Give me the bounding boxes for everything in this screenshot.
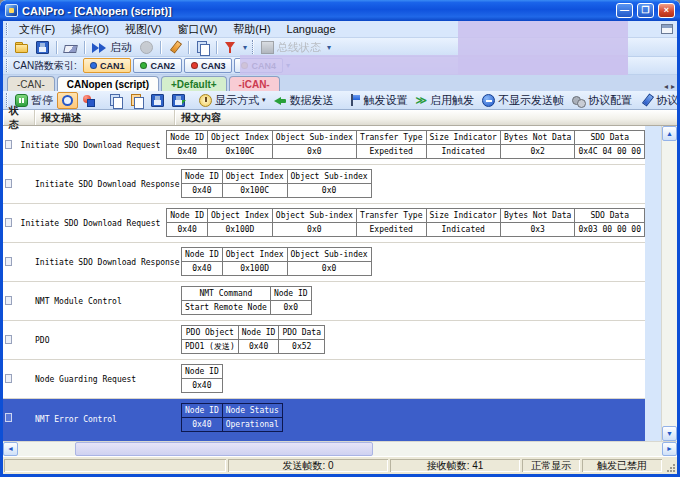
stop-icon	[140, 41, 153, 54]
dropdown-arrow-icon: ▾	[262, 96, 266, 104]
field-value: 0x3	[500, 223, 574, 237]
bus-status-button[interactable]: 总线状态	[257, 38, 325, 57]
save-data-button[interactable]	[147, 92, 168, 109]
vertical-scrollbar[interactable]: ▲ ▼	[661, 126, 677, 441]
close-button[interactable]: ×	[658, 3, 675, 18]
frame-status-icon	[5, 179, 12, 188]
title-bar: CANPro - [CANopen (script)] — ❐ ×	[0, 0, 680, 21]
menu-file[interactable]: 文件(F)	[11, 21, 63, 38]
horizontal-scroll-thumb[interactable]	[75, 442, 373, 456]
table-row[interactable]: NMT Module ControlNMT CommandNode IDStar…	[3, 282, 645, 321]
toolbar-overflow[interactable]: ▾	[243, 43, 247, 52]
field-value: 0x4C 04 00 00	[575, 145, 645, 159]
column-header-description[interactable]: 报文描述	[35, 110, 175, 125]
frame-description: Initiate SDO Download Response	[35, 243, 175, 281]
save-file-button[interactable]	[32, 39, 53, 56]
tab-default[interactable]: +Default+	[161, 76, 227, 91]
tab-scroll-left-icon[interactable]: ◂	[664, 82, 668, 91]
can3-label: CAN3	[201, 61, 226, 71]
mdi-child-icon[interactable]	[661, 24, 673, 34]
display-mode-button[interactable]: 显示方式▾	[195, 91, 270, 110]
table-row[interactable]: Initiate SDO Download RequestNode IDObje…	[3, 204, 645, 243]
tab-canopen-script[interactable]: CANopen (script)	[57, 76, 159, 91]
protocol-manage-button[interactable]: 协议管理	[636, 91, 680, 110]
protocol-config-button[interactable]: 协议配置	[568, 91, 636, 110]
toolbar-overflow[interactable]: ▾	[286, 61, 290, 70]
gears-icon	[572, 94, 585, 107]
field-header: Node ID	[182, 248, 223, 262]
table-row[interactable]: PDOPDO ObjectNode IDPDO DataPDO1 (发送)0x4…	[3, 321, 645, 360]
paste-button[interactable]	[126, 92, 147, 109]
menu-window[interactable]: 窗口(W)	[170, 21, 226, 38]
scroll-down-icon[interactable]: ▼	[662, 426, 677, 441]
menu-language[interactable]: Language	[279, 22, 344, 36]
field-header: Node Status	[222, 404, 282, 418]
channel-button-can1[interactable]: CAN1	[83, 58, 132, 73]
tab-ican[interactable]: -iCAN-	[229, 76, 280, 91]
edit-button[interactable]	[164, 39, 185, 56]
toolbar-grip	[6, 40, 8, 54]
tab-scroll-right-icon[interactable]: ▸	[671, 82, 675, 91]
channel-button-can2[interactable]: CAN2	[133, 58, 182, 73]
filter-button[interactable]	[220, 39, 241, 56]
toolbar-overflow[interactable]: ▾	[327, 43, 331, 52]
menu-operate[interactable]: 操作(O)	[63, 21, 117, 38]
tab-can[interactable]: -CAN-	[7, 76, 55, 91]
copy-button[interactable]	[105, 92, 126, 109]
table-row[interactable]: Initiate SDO Download ResponseNode IDObj…	[3, 243, 645, 282]
field-header: Node ID	[182, 170, 223, 184]
save-append-button[interactable]	[168, 92, 189, 109]
scroll-left-icon[interactable]: ◄	[3, 442, 18, 456]
table-row[interactable]: Initiate SDO Download RequestNode IDObje…	[3, 126, 645, 165]
frame-status-icon	[5, 335, 12, 344]
separator	[84, 41, 85, 54]
frame-content: Node IDNode Status0x40Operational	[175, 399, 645, 440]
field-value: 0x0	[270, 301, 311, 315]
field-header: Object Index	[208, 131, 273, 145]
trigger-setup-button[interactable]: 触发设置	[344, 91, 412, 110]
frame-fields-table: NMT CommandNode IDStart Remote Node0x0	[181, 286, 312, 315]
windows-button[interactable]	[192, 39, 213, 56]
field-value: PDO1 (发送)	[182, 340, 239, 354]
hide-tx-frames-label: 不显示发送帧	[498, 93, 564, 108]
clear-list-button[interactable]	[78, 92, 99, 109]
status-cell-empty	[4, 459, 226, 472]
table-row[interactable]: NMT Error ControlNode IDNode Status0x40O…	[3, 399, 645, 441]
field-header: Node ID	[167, 209, 208, 223]
clear-button[interactable]	[60, 40, 81, 55]
minimize-button[interactable]: —	[616, 3, 633, 18]
hide-tx-frames-button[interactable]: 不显示发送帧	[478, 91, 568, 110]
horizontal-scrollbar[interactable]: ◄ ►	[3, 441, 677, 456]
resize-grip[interactable]	[663, 457, 677, 474]
enable-trigger-button[interactable]: ≫启用触发	[412, 91, 479, 110]
scroll-up-icon[interactable]: ▲	[662, 126, 677, 141]
field-value: 0x40	[182, 262, 223, 276]
column-header-content[interactable]: 报文内容	[175, 110, 677, 125]
ring-toggle-button[interactable]	[57, 92, 78, 109]
frame-fields-table: Node ID0x40	[181, 364, 223, 393]
channel-button-can3[interactable]: CAN3	[184, 58, 233, 73]
table-row[interactable]: Initiate SDO Download ResponseNode IDObj…	[3, 165, 645, 204]
can4-label: CAN4	[251, 61, 276, 71]
open-file-button[interactable]	[11, 39, 32, 56]
scroll-right-icon[interactable]: ►	[662, 442, 677, 456]
field-value: 0x100D	[222, 262, 287, 276]
menu-help[interactable]: 帮助(H)	[225, 21, 278, 38]
field-value: 0x40	[167, 223, 208, 237]
menu-view[interactable]: 视图(V)	[117, 21, 170, 38]
maximize-button[interactable]: ❐	[637, 3, 654, 18]
channel-button-can4[interactable]: CAN4	[234, 58, 283, 73]
data-send-button[interactable]: 数据发送	[270, 91, 338, 110]
app-window: CANPro - [CANopen (script)] — ❐ × 文件(F) …	[0, 0, 680, 477]
start-button[interactable]: 启动	[88, 38, 136, 57]
frame-description: NMT Module Control	[35, 282, 175, 320]
table-row[interactable]: Node Guarding RequestNode ID0x40	[3, 360, 645, 399]
save-append-icon	[172, 94, 185, 107]
stop-button[interactable]	[136, 39, 157, 56]
column-header-status[interactable]: 状态	[3, 110, 35, 125]
frame-status-icon	[5, 257, 12, 266]
frame-content: NMT CommandNode IDStart Remote Node0x0	[175, 282, 645, 320]
field-header: Node ID	[167, 131, 208, 145]
toolbar-grip	[252, 40, 254, 54]
field-value: 0x40	[182, 184, 223, 198]
